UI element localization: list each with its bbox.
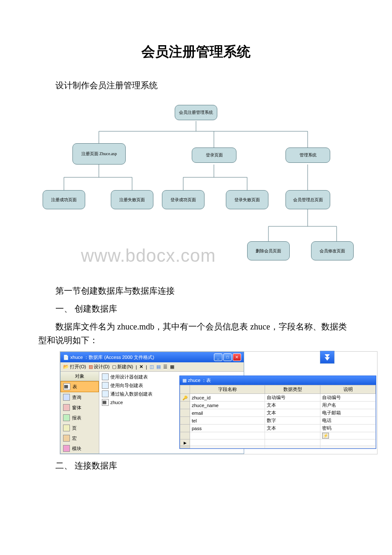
primary-key-icon: 🔑 [182,396,187,400]
node-delete-member: 删除会员页面 [247,241,290,260]
watermark: www.bdocx.com [81,246,216,266]
report-icon [63,414,70,421]
create-wizard-label: 使用向导创建表 [110,382,143,389]
sidebar-item-queries[interactable]: 查询 [61,392,99,402]
field-name[interactable]: tel [190,417,265,425]
sidebar-item-reports[interactable]: 报表 [61,413,99,423]
sidebar-label-forms: 窗体 [72,405,81,411]
maximize-icon[interactable]: □ [223,353,232,361]
field-desc[interactable]: 密码 [320,425,376,432]
svg-marker-18 [325,354,330,358]
field-grid: 字段名称 数据类型 说明 🔑 zhuce_id 自动编号 自动编号 zhuce_… [180,385,376,448]
db-titlebar: 📄 xhuce ：数据库 (Access 2000 文件格式) _ □ ✕ [61,352,244,362]
toolbar-new[interactable]: ▢ 新建(N) [112,364,133,370]
sidebar-header: 对象 [61,372,99,381]
field-name[interactable]: zhuce_name [190,402,265,409]
section1-desc: 数据库文件名为 zhuce.mdb，其中有一个会员信息表 zhuce，字段名称、… [38,320,354,347]
sidebar-label-pages: 页 [72,425,77,431]
col-fieldname: 字段名称 [190,385,265,394]
expand-panel-icon[interactable] [320,351,334,364]
toolbar-sep2: | [146,364,147,370]
field-desc[interactable]: 自动编号 [320,394,376,402]
table-zhuce-label: zhuce [110,400,123,405]
sidebar-label-queries: 查询 [72,394,81,401]
node-login-fail: 登录失败页面 [226,190,268,209]
toolbar-design[interactable]: ▨ 设计(D) [89,364,110,370]
close-icon[interactable]: ✕ [233,353,241,361]
view-list-icon[interactable]: ☰ [163,364,167,370]
view-small-icon[interactable]: ▤ [156,364,161,370]
sidebar-label-tables: 表 [72,384,77,390]
toolbar-open-label: 打开(O) [70,364,86,370]
table-row[interactable]: zhuce_name 文本 用户名 [180,402,376,409]
section1-sub1: 一、 创建数据库 [38,302,354,315]
query-icon [63,394,70,401]
toolbar-sep: | [135,364,137,370]
table-row[interactable]: pass 文本 密码 [180,425,376,432]
field-type[interactable]: 文本 [265,425,320,432]
field-name[interactable]: zhuce_id [190,394,265,402]
access-screenshot: 📄 xhuce ：数据库 (Access 2000 文件格式) _ □ ✕ 📂 … [60,351,378,454]
create-designer-label: 使用设计器创建表 [110,374,148,380]
sidebar-item-macros[interactable]: 宏 [61,433,99,443]
create-input-label: 通过输入数据创建表 [110,391,153,397]
table-titlebar: ▦ zhuce ：表 [180,376,376,385]
field-desc[interactable]: 电子邮箱 [320,409,376,417]
form-icon [63,404,70,411]
toolbar-new-label: 新建(N) [117,364,133,370]
table-row[interactable] [180,439,376,446]
node-register-page: 注册页面 Zhuce.asp [72,143,126,165]
field-type[interactable]: 文本 [265,409,320,417]
design-icon: ▨ [89,364,93,370]
open-icon: 📂 [63,364,69,370]
field-name[interactable]: email [190,409,265,417]
delete-icon[interactable]: ✕ [139,364,143,370]
intro-paragraph: 设计制作会员注册管理系统 [38,78,354,92]
node-admin-system: 管理系统 [285,147,330,163]
table-object-icon: ▦ [102,399,109,406]
table-design-window: ▦ zhuce ：表 字段名称 数据类型 说明 🔑 zhuce_id 自动编号 … [179,376,376,449]
table-window-icon: ▦ [182,378,187,383]
sidebar-item-pages[interactable]: 页 [61,423,99,433]
toolbar-design-label: 设计(D) [94,364,110,370]
view-large-icon[interactable]: ◫ [150,364,154,370]
field-type[interactable]: 文本 [265,402,320,409]
field-type[interactable]: 自动编号 [265,394,320,402]
table-row[interactable]: email 文本 电子邮箱 [180,409,376,417]
sidebar-label-modules: 模块 [72,445,81,452]
table-row[interactable]: tel 数字 电话 [180,417,376,425]
document-title: 会员注册管理系统 [38,43,354,61]
minimize-icon[interactable]: _ [214,353,222,361]
sidebar-label-macros: 宏 [72,435,77,442]
wizard-icon [102,373,109,380]
builder-icon[interactable]: ⚡ [322,433,329,439]
page-icon [63,425,70,431]
sidebar-label-reports: 报表 [72,415,81,421]
node-register-fail: 注册失败页面 [111,190,153,209]
view-details-icon[interactable]: ▦ [170,364,174,370]
field-name[interactable]: pass [190,425,265,432]
wizard-icon [102,390,109,397]
db-sidebar: 对象 ▦表 查询 窗体 报表 页 宏 模块 [61,372,99,454]
table-row[interactable] [180,447,376,448]
section1-heading: 第一节创建数据库与数据库连接 [38,284,354,298]
db-window-title: xhuce ：数据库 (Access 2000 文件格式) [70,355,154,360]
table-row[interactable]: 🔑 zhuce_id 自动编号 自动编号 [180,394,376,402]
flowchart: www.bdocx.com 会员注册管理系统 注册页面 Zhuce.asp 登录… [38,105,354,280]
col-desc: 说明 [320,385,376,394]
node-login-page: 登录页面 [192,147,236,163]
sidebar-item-forms[interactable]: 窗体 [61,402,99,413]
node-login-success: 登录成功页面 [162,190,205,209]
module-icon [63,445,70,452]
field-desc[interactable]: 用户名 [320,402,376,409]
sidebar-item-modules[interactable]: 模块 [61,443,99,454]
field-type[interactable]: 数字 [265,417,320,425]
wizard-icon [102,382,109,389]
db-toolbar: 📂 打开(O) ▨ 设计(D) ▢ 新建(N) | ✕ | ◫ ▤ ☰ ▦ [61,362,244,372]
section1-sub2: 二、 连接数据库 [38,459,354,472]
table-icon: ▦ [63,383,70,390]
toolbar-open[interactable]: 📂 打开(O) [63,364,86,370]
table-row[interactable]: ⚡ [180,432,376,439]
sidebar-item-tables[interactable]: ▦表 [61,381,99,392]
field-desc[interactable]: 电话 [320,417,376,425]
